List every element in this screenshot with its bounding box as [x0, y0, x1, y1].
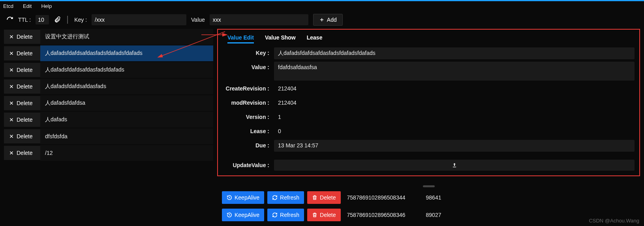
history-icon	[227, 212, 232, 218]
key-text[interactable]: 人dafadsfdafdsafdasfadsfdafads	[40, 62, 213, 78]
tabs: Value Edit Value Show Lease	[223, 33, 635, 47]
trash-icon	[312, 212, 317, 218]
key-row[interactable]: Delete 人dafadsfdafdsafdasfadsfdafadsfdaf…	[4, 45, 213, 61]
ttl-label: TTL :	[18, 17, 31, 23]
close-icon	[9, 51, 14, 56]
upload-icon	[452, 162, 457, 168]
detail-lease-value: 0	[274, 126, 635, 137]
toolbar: TTL : Key : Value Add	[0, 11, 644, 29]
delete-label: Delete	[17, 150, 32, 156]
key-text[interactable]: /12	[40, 145, 213, 161]
value-input[interactable]	[210, 14, 308, 25]
key-row[interactable]: Delete 人dafadsfdafdsa	[4, 95, 213, 111]
detail-update-label: UpdateValue :	[223, 160, 274, 168]
tab-value-show[interactable]: Value Show	[265, 34, 296, 43]
refresh-button[interactable]: Refresh	[267, 209, 304, 221]
delete-button[interactable]: Delete	[4, 113, 40, 127]
keepalive-button[interactable]: KeepAlive	[222, 191, 264, 204]
menu-help[interactable]: Help	[41, 3, 52, 9]
lease-id: 7587869102896508346	[344, 212, 423, 218]
key-row[interactable]: Delete 设置中文进行测试	[4, 29, 213, 45]
lease-list: KeepAlive Refresh Delete 758786910289650…	[217, 190, 640, 223]
key-list: Delete 设置中文进行测试 Delete 人dafadsfdafdsafda…	[4, 29, 213, 224]
delete-lease-label: Delete	[320, 212, 336, 218]
refresh-button[interactable]: Refresh	[267, 191, 304, 204]
key-row[interactable]: Delete 人dafadsfdafdsafdasfads	[4, 79, 213, 94]
detail-createrev-label: CreateRevision :	[223, 83, 274, 92]
key-text[interactable]: 人dafadsfdafdsafdasfadsfdafadsfdafads	[40, 45, 213, 61]
keepalive-label: KeepAlive	[235, 194, 259, 201]
refresh-icon[interactable]	[6, 16, 13, 23]
trash-icon	[312, 195, 317, 200]
detail-createrev-value: 212404	[274, 83, 635, 95]
drag-handle[interactable]	[423, 185, 435, 187]
detail-lease-label: Lease :	[223, 126, 274, 134]
delete-button[interactable]: Delete	[4, 146, 40, 160]
detail-modrev-label: modRevision :	[223, 97, 274, 106]
detail-modrev-value: 212404	[274, 97, 635, 109]
key-label: Key :	[74, 17, 87, 23]
key-text[interactable]: 人dafads	[40, 112, 213, 128]
close-icon	[9, 67, 14, 73]
upload-button[interactable]	[274, 160, 635, 171]
add-button-label: Add	[327, 17, 337, 23]
divider	[67, 16, 68, 24]
delete-lease-button[interactable]: Delete	[307, 209, 340, 221]
tab-value-edit[interactable]: Value Edit	[227, 34, 254, 43]
close-icon	[9, 100, 14, 106]
delete-label: Delete	[17, 100, 32, 106]
detail-due-label: Due :	[223, 140, 274, 149]
delete-label: Delete	[17, 67, 32, 73]
menu-etcd[interactable]: Etcd	[3, 3, 13, 9]
attachment-icon[interactable]	[54, 16, 61, 23]
watermark: CSDN @Achou.Wang	[589, 218, 639, 224]
detail-key-value[interactable]: 人dafadsfdafdsafdasfadsfdafadsfdafads	[274, 47, 635, 59]
menu-edit[interactable]: Edit	[23, 3, 32, 9]
key-row[interactable]: Delete /12	[4, 145, 213, 161]
key-text[interactable]: 人dafadsfdafdsafdasfads	[40, 79, 213, 94]
key-text[interactable]: 设置中文进行测试	[40, 29, 213, 45]
refresh-icon	[272, 212, 278, 218]
delete-button[interactable]: Delete	[4, 46, 40, 60]
delete-button[interactable]: Delete	[4, 96, 40, 110]
key-row[interactable]: Delete dfsfdsfda	[4, 128, 213, 144]
key-row[interactable]: Delete 人dafads	[4, 112, 213, 128]
key-input[interactable]	[92, 14, 186, 25]
key-text[interactable]: dfsfdsfda	[40, 128, 213, 144]
refresh-label: Refresh	[280, 212, 299, 218]
delete-lease-button[interactable]: Delete	[307, 191, 340, 204]
keepalive-label: KeepAlive	[235, 212, 259, 218]
add-button[interactable]: Add	[313, 14, 343, 26]
key-row[interactable]: Delete 人dafadsfdafdsafdasfadsfdafads	[4, 62, 213, 78]
history-icon	[227, 195, 232, 200]
plus-icon	[319, 17, 325, 23]
detail-version-label: Version :	[223, 111, 274, 120]
delete-label: Delete	[17, 34, 32, 40]
key-text[interactable]: 人dafadsfdafdsa	[40, 95, 213, 111]
lease-id: 7587869102896508344	[344, 194, 423, 201]
refresh-label: Refresh	[280, 194, 299, 201]
ttl-input[interactable]	[36, 15, 49, 24]
refresh-icon	[272, 195, 278, 200]
detail-value-value[interactable]: fdafdsafdaasfsa	[274, 62, 635, 81]
detail-due-value[interactable]: 13 Mar 23 14:57	[274, 140, 635, 152]
close-icon	[9, 117, 14, 122]
close-icon	[9, 84, 14, 89]
delete-button[interactable]: Delete	[4, 63, 40, 77]
value-label: Value	[191, 17, 205, 23]
delete-label: Delete	[17, 133, 32, 139]
lease-ttl: 98641	[426, 194, 441, 201]
close-icon	[9, 134, 14, 139]
delete-lease-label: Delete	[320, 194, 336, 201]
detail-panel: Value Edit Value Show Lease Key : 人dafad…	[217, 29, 640, 176]
delete-label: Delete	[17, 50, 32, 56]
tab-lease[interactable]: Lease	[307, 34, 323, 43]
delete-button[interactable]: Delete	[4, 129, 40, 143]
lease-row: KeepAlive Refresh Delete 758786910289650…	[217, 190, 640, 205]
delete-button[interactable]: Delete	[4, 79, 40, 94]
delete-label: Delete	[17, 83, 32, 90]
delete-button[interactable]: Delete	[4, 30, 40, 44]
keepalive-button[interactable]: KeepAlive	[222, 209, 264, 221]
detail-value-label: Value :	[223, 62, 274, 70]
delete-label: Delete	[17, 117, 32, 123]
